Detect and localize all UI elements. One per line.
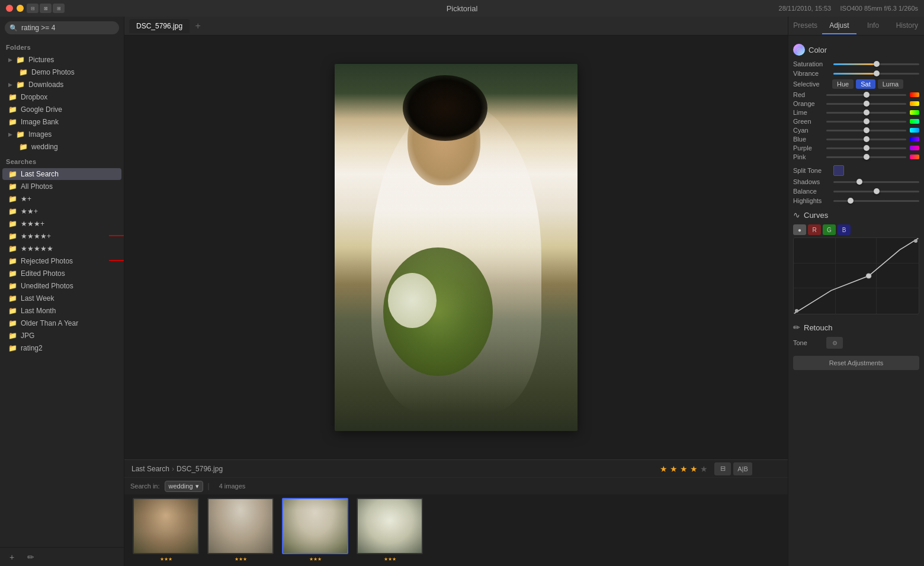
svg-point-0 [866,274,871,278]
sidebar-item-label: Unedited Photos [21,282,73,290]
curves-blue-button[interactable]: B [838,224,851,235]
search-input[interactable] [21,24,114,32]
sidebar-item-dropbox[interactable]: 📁 Dropbox [2,91,121,103]
sidebar-item-star4[interactable]: 📁 ★★★★+ [2,230,121,242]
star-2[interactable]: ★ [670,464,678,474]
curves-label: Curves [804,211,828,220]
filmstrip-controls: Search in: wedding ▾ | 4 images [124,478,788,494]
tab-info[interactable]: Info [856,18,890,34]
sidebar-item-star3[interactable]: 📁 ★★★+ [2,218,121,230]
pink-slider[interactable] [826,156,906,158]
add-tab-button[interactable]: + [192,20,204,32]
curves-green-button[interactable]: G [823,224,836,235]
breadcrumb-lastsearch: Last Search [131,465,169,473]
sidebar-item-star2[interactable]: 📁 ★★+ [2,205,121,217]
lime-row: Lime [793,109,919,116]
sidebar-item-star5[interactable]: 📁 ★★★★★ [2,243,121,255]
sidebar-item-googledrive[interactable]: 📁 Google Drive [2,104,121,115]
view-mode-button[interactable]: ⊟ [714,462,731,475]
vibrance-slider[interactable] [833,73,919,75]
main-image [335,64,578,431]
saturation-slider[interactable] [833,63,919,65]
folder-icon: 📁 [8,182,17,191]
camera-info-bar: 28/11/2010, 15:53 ISO400 85mm f/6.3 1/26… [779,5,918,12]
lime-slider[interactable] [826,112,906,114]
curves-red-button[interactable]: R [808,224,821,235]
close-button[interactable] [6,5,13,12]
tab-presets[interactable]: Presets [788,18,822,34]
sidebar-item-label: Dropbox [21,93,47,101]
right-panel-tabs: Presets Adjust Info History [788,17,924,36]
folder-icon: 📁 [19,143,28,151]
searches-label: Searches [0,153,124,168]
sidebar: 🔍 Folders ▶ 📁 Pictures 📁 Demo Photos ▶ 📁… [0,17,124,566]
sidebar-item-star1[interactable]: 📁 ★+ [2,193,121,205]
balance-slider[interactable] [833,191,919,192]
star-5[interactable]: ★ [700,464,708,474]
sidebar-item-demophotos[interactable]: 📁 Demo Photos [2,66,121,78]
tab-adjust[interactable]: Adjust [822,18,856,34]
selective-sat-button[interactable]: Sat [856,79,875,89]
selective-luma-button[interactable]: Luma [878,79,904,89]
sidebar-item-wedding[interactable]: 📁 wedding [2,141,121,153]
search-in-dropdown[interactable]: wedding ▾ [165,481,203,492]
curves-channel-buttons: ● R G B [793,224,919,235]
add-folder-button[interactable]: + [5,550,19,564]
balance-row: Balance [793,188,919,195]
sidebar-item-pictures[interactable]: ▶ 📁 Pictures [2,54,121,66]
thumbnail-2[interactable]: ★★★ [205,498,276,563]
sidebar-item-lastmonth[interactable]: 📁 Last Month [2,305,121,317]
highlights-slider[interactable] [833,200,919,202]
sidebar-item-rating2[interactable]: 📁 rating2 [2,342,121,354]
purple-row: Purple [793,144,919,152]
content-area: DSC_5796.jpg + [124,17,788,566]
main-image-area [124,36,788,459]
shadows-slider[interactable] [833,181,919,183]
sidebar-item-rejected[interactable]: 📁 Rejected Photos [2,255,121,267]
folder-icon: 📁 [8,245,17,253]
thumbnail-3[interactable]: ★★★ [280,498,351,563]
sidebar-item-last-search[interactable]: 📁 Last Search [2,168,121,180]
folder-icon: 📁 [8,332,17,340]
search-input-wrap[interactable]: 🔍 [5,21,119,34]
sidebar-item-olderyear[interactable]: 📁 Older Than A Year [2,317,121,329]
star-4[interactable]: ★ [690,464,698,474]
thumbnail-4[interactable]: ★★★ [354,498,425,563]
star-1[interactable]: ★ [660,464,668,474]
search-bar: 🔍 [0,17,124,39]
sidebar-item-downloads[interactable]: ▶ 📁 Downloads [2,79,121,91]
win-btn-2[interactable]: ⊠ [40,4,52,13]
cyan-row: Cyan [793,127,919,134]
thumbnail-1[interactable]: ★★★ [130,498,201,563]
purple-slider[interactable] [826,147,906,149]
sidebar-item-jpg[interactable]: 📁 JPG [2,330,121,342]
sidebar-item-edited[interactable]: 📁 Edited Photos [2,268,121,279]
shadows-label: Shadows [793,178,830,185]
sidebar-item-lastweek[interactable]: 📁 Last Week [2,292,121,304]
sidebar-item-imagebank[interactable]: 📁 Image Bank [2,116,121,128]
tab-history[interactable]: History [890,18,924,34]
sidebar-item-unedited[interactable]: 📁 Unedited Photos [2,280,121,292]
folder-icon: 📁 [8,307,17,315]
minimize-button[interactable] [17,5,24,12]
green-slider[interactable] [826,121,906,123]
orange-slider[interactable] [826,103,906,105]
tab-dsc5796[interactable]: DSC_5796.jpg [129,19,190,33]
blue-slider[interactable] [826,139,906,140]
cyan-slider[interactable] [826,130,906,131]
split-tone-swatch[interactable] [833,165,844,176]
sidebar-item-label: ★+ [21,195,31,203]
curves-canvas[interactable] [793,237,919,314]
reset-adjustments-button[interactable]: Reset Adjustments [793,356,919,370]
ab-compare-button[interactable]: A|B [733,462,752,475]
star-3[interactable]: ★ [680,464,688,474]
win-btn-3[interactable]: ⊞ [53,4,65,13]
win-btn-1[interactable]: ⊟ [27,4,38,13]
selective-hue-button[interactable]: Hue [832,79,854,89]
sidebar-item-all-photos[interactable]: 📁 All Photos [2,181,121,192]
sidebar-item-images[interactable]: ▶ 📁 Images [2,128,121,140]
edit-button[interactable]: ✏ [24,550,38,564]
tone-control-button[interactable]: ⚙ [826,337,843,349]
curves-all-button[interactable]: ● [793,224,806,235]
red-slider[interactable] [826,94,906,96]
